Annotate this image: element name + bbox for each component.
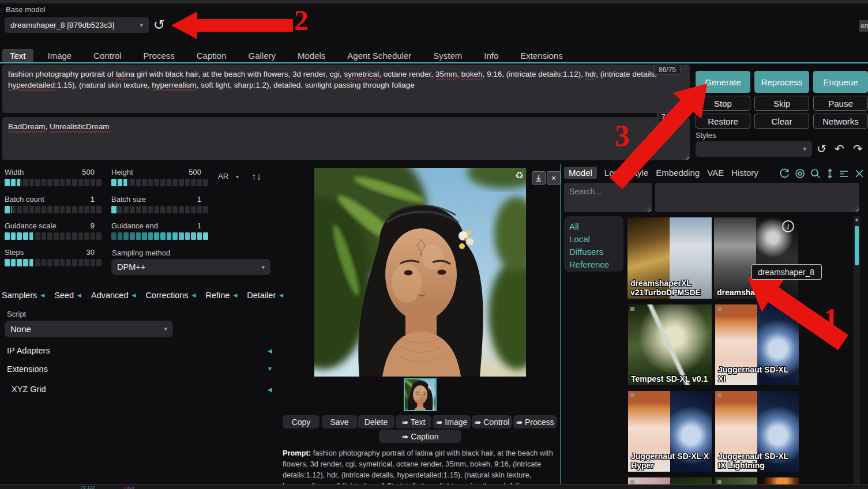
- collapsed-arrow-icon: ◀: [40, 292, 44, 298]
- networks-tab-model[interactable]: Model: [564, 167, 597, 179]
- refresh-model-icon[interactable]: ↺: [153, 18, 165, 32]
- clear-button[interactable]: Clear: [754, 114, 809, 129]
- tab-process[interactable]: Process: [136, 49, 182, 62]
- save-button[interactable]: Save: [322, 415, 357, 428]
- styles-dropdown[interactable]: ▾: [696, 141, 812, 157]
- skip-button[interactable]: Skip: [754, 96, 809, 111]
- tab-text[interactable]: Text: [2, 49, 33, 62]
- tab-caption[interactable]: Caption: [189, 49, 234, 62]
- slider-batch-count[interactable]: Batch count1: [5, 195, 102, 213]
- networks-tab-embedding[interactable]: Embedding: [656, 168, 700, 178]
- networks-tab-vae[interactable]: VAE: [707, 168, 724, 178]
- accordion-corrections[interactable]: Corrections◀: [145, 291, 196, 300]
- tab-control[interactable]: Control: [86, 49, 129, 62]
- stop-button[interactable]: Stop: [696, 96, 750, 111]
- tab-extensions[interactable]: Extensions: [513, 49, 570, 62]
- expanded-arrow-icon[interactable]: ▼: [267, 366, 273, 372]
- copy-button[interactable]: Copy: [283, 415, 320, 428]
- enqueue-button[interactable]: Enqueue: [813, 71, 868, 93]
- scroll-up-icon[interactable]: ▲: [854, 217, 860, 222]
- tab-models[interactable]: Models: [290, 49, 333, 62]
- send-to-process-button[interactable]: ➠ Process: [513, 415, 557, 428]
- filter-diffusers[interactable]: Diffusers: [569, 246, 623, 258]
- model-card-label: dreamshaperXL v21TurboDPMSDE: [630, 279, 710, 297]
- annotation-number-3: 3: [615, 121, 630, 151]
- tab-image[interactable]: Image: [40, 49, 80, 62]
- filter-local[interactable]: Local: [569, 233, 623, 246]
- info-icon[interactable]: i: [782, 220, 794, 232]
- slider-height[interactable]: Height500: [111, 168, 208, 186]
- slider-steps[interactable]: Steps30: [5, 248, 102, 266]
- prompt-input[interactable]: fashion photography portrait of latina g…: [2, 65, 690, 113]
- networks-tab-lora[interactable]: Lora: [604, 168, 622, 178]
- section-ip-adapters[interactable]: IP Adapters: [7, 346, 50, 355]
- filter-reference[interactable]: Reference: [569, 258, 623, 271]
- tab-system[interactable]: System: [426, 49, 469, 62]
- model-preview: [714, 217, 756, 299]
- model-card[interactable]: Juggernaut SD-XL IX Lightning: [715, 391, 799, 472]
- model-card[interactable]: Tempest SD-XL v0.1: [628, 304, 712, 385]
- generated-image[interactable]: [314, 168, 526, 377]
- search-input[interactable]: Search...: [564, 183, 652, 212]
- collapsed-arrow-icon: ◀: [192, 292, 196, 298]
- styles-undo-icon[interactable]: ↶: [835, 143, 844, 155]
- section-xyz-grid[interactable]: XYZ Grid: [12, 385, 46, 394]
- model-card[interactable]: dreamshaperXL v21TurboDPMSDE: [627, 217, 712, 299]
- gallery-thumbnail[interactable]: [404, 378, 437, 411]
- download-image-button[interactable]: [532, 171, 546, 185]
- send-to-text-button[interactable]: ➠ Text: [396, 415, 431, 428]
- accordion-advanced[interactable]: Advanced◀: [91, 291, 136, 300]
- model-card[interactable]: Juggernaut SD-XL XI: [715, 304, 799, 385]
- networks-tab-style[interactable]: Style: [629, 168, 648, 178]
- collapsed-arrow-icon[interactable]: ◀: [268, 386, 272, 393]
- accordion-seed[interactable]: Seed◀: [54, 291, 81, 300]
- collapsed-arrow-icon: ◀: [131, 292, 136, 298]
- base-model-dropdown[interactable]: dreamshaper_8 [879db523c3] ▾: [5, 17, 149, 33]
- close-image-button[interactable]: ✕: [547, 171, 561, 185]
- restore-button[interactable]: Restore: [696, 114, 750, 129]
- resize-vertical-icon[interactable]: [826, 168, 834, 179]
- styles-refresh-icon[interactable]: ↺: [817, 143, 826, 155]
- close-icon[interactable]: [854, 168, 865, 179]
- slider-guidance-scale[interactable]: Guidance scale9: [5, 221, 102, 240]
- networks-tab-history[interactable]: History: [731, 168, 758, 178]
- recycle-icon[interactable]: ♻: [515, 171, 524, 180]
- sampling-method-dropdown[interactable]: DPM++ ▾: [111, 259, 270, 275]
- tab-gallery[interactable]: Gallery: [241, 49, 283, 62]
- generate-button[interactable]: Generate: [696, 71, 750, 93]
- styles-redo-icon[interactable]: ↷: [853, 143, 863, 155]
- networks-button[interactable]: Networks: [813, 114, 868, 129]
- swap-dimensions-icon[interactable]: ↑↓: [251, 172, 261, 182]
- accordion-samplers[interactable]: Samplers◀: [2, 291, 44, 300]
- slider-guidance-end[interactable]: Guidance end1: [111, 221, 208, 240]
- scrollbar-thumb[interactable]: [855, 226, 859, 265]
- collapsed-arrow-icon[interactable]: ◀: [268, 348, 272, 354]
- slider-batch-size[interactable]: Batch size1: [111, 195, 208, 213]
- tab-info[interactable]: Info: [476, 49, 506, 62]
- reprocess-button[interactable]: Reprocess: [754, 71, 809, 93]
- view-options-icon[interactable]: [838, 168, 850, 179]
- filter-all[interactable]: All: [569, 220, 623, 233]
- slider-width[interactable]: Width500: [5, 168, 102, 186]
- accordion-detailer[interactable]: Detailer◀: [247, 291, 283, 300]
- download-icon: [535, 175, 542, 182]
- delete-button[interactable]: Delete: [358, 415, 394, 428]
- search-icon[interactable]: [810, 168, 821, 179]
- model-card[interactable]: i dreamshaper_8: [714, 217, 798, 299]
- model-card[interactable]: Juggernaut SD-XL X Hyper: [628, 391, 712, 472]
- negative-prompt-input[interactable]: BadDream, UnrealisticDream: [2, 117, 690, 160]
- aspect-ratio-dropdown[interactable]: AR: [218, 172, 228, 180]
- target-icon[interactable]: [794, 168, 806, 179]
- model-card-label: Juggernaut SD-XL XI: [718, 365, 797, 383]
- pause-button[interactable]: Pause: [813, 96, 868, 111]
- send-to-image-button[interactable]: ➠ Image: [433, 415, 471, 428]
- version-badge: [717, 393, 722, 397]
- script-dropdown[interactable]: None ▾: [5, 321, 173, 337]
- network-description-box[interactable]: [655, 183, 859, 212]
- section-extensions[interactable]: Extensions: [7, 364, 48, 374]
- accordion-refine[interactable]: Refine◀: [205, 291, 237, 300]
- send-to-caption-button[interactable]: ➠ Caption: [379, 430, 461, 443]
- refresh-icon[interactable]: [779, 168, 790, 179]
- send-to-control-button[interactable]: ➠ Control: [472, 415, 512, 428]
- tab-agent-scheduler[interactable]: Agent Scheduler: [340, 49, 419, 62]
